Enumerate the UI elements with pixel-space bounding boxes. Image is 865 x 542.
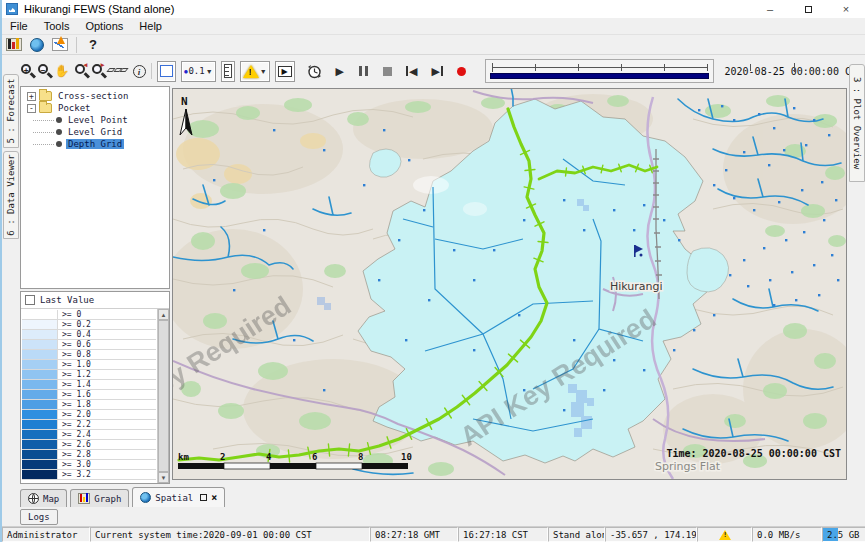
legend-label: >= 2.6 <box>58 440 156 449</box>
info-icon[interactable]: i <box>132 62 146 81</box>
legend-row[interactable]: >= 1.0 <box>22 360 156 370</box>
layers-icon[interactable] <box>108 62 127 81</box>
record-button[interactable] <box>457 67 466 76</box>
bullet-icon <box>56 141 62 147</box>
tree-expander-icon[interactable]: + <box>27 92 36 101</box>
status-warning[interactable] <box>697 527 752 542</box>
legend-row[interactable]: >= 2.2 <box>22 420 156 430</box>
scroll-down-icon[interactable]: ▼ <box>158 472 169 483</box>
legend-row[interactable]: >= 0.4 <box>22 330 156 340</box>
interval-dropdown[interactable]: ● 0.1 ▼ <box>181 61 216 82</box>
grid-display-button[interactable] <box>157 61 176 82</box>
map-canvas[interactable]: API Key Required API Key Required Hikura… <box>172 88 847 480</box>
legend-row[interactable]: >= 2.6 <box>22 440 156 450</box>
legend-row[interactable]: >= 2.4 <box>22 430 156 440</box>
legend-row[interactable]: >= 1.8 <box>22 400 156 410</box>
tree-item-label: Level Point <box>66 115 130 125</box>
legend-row[interactable]: >= 0.6 <box>22 340 156 350</box>
app-icon <box>6 3 18 15</box>
scroll-up-icon[interactable]: ▲ <box>158 309 169 320</box>
legend-label: >= 1.0 <box>58 360 156 369</box>
zoom-previous-icon[interactable]: ◂ <box>74 63 86 80</box>
legend-row[interactable]: >= 2.8 <box>22 450 156 460</box>
legend-swatch <box>22 410 58 419</box>
title-bar: Hikurangi FEWS (Stand alone) – × <box>2 0 865 18</box>
tree-item-level-point[interactable]: Level Point <box>21 114 169 126</box>
legend-row[interactable]: >= 1.4 <box>22 380 156 390</box>
undock-icon[interactable] <box>200 494 207 501</box>
zoom-out-icon[interactable]: − <box>37 63 49 80</box>
movie-player-button[interactable]: ▶ <box>275 61 295 82</box>
menu-help[interactable]: Help <box>131 20 170 32</box>
maximize-button[interactable] <box>789 0 827 18</box>
profile-chart-icon[interactable] <box>52 38 68 51</box>
close-tab-icon[interactable]: × <box>211 494 217 501</box>
minimize-button[interactable]: – <box>751 0 789 18</box>
legend-label: >= 2.0 <box>58 410 156 419</box>
step-end-button[interactable]: ▶ <box>432 65 443 78</box>
legend-row[interactable]: >= 3.0 <box>22 460 156 470</box>
legend-swatch <box>22 360 58 369</box>
legend-swatch <box>22 450 58 459</box>
tree-item-label: Level Grid <box>66 127 124 137</box>
folder-icon <box>39 91 52 101</box>
menu-file[interactable]: File <box>2 20 36 32</box>
legend-label: >= 0.4 <box>58 330 156 339</box>
tab-graph[interactable]: Graph <box>70 489 129 507</box>
time-slider-bar[interactable] <box>490 73 709 79</box>
legend-label: >= 3.2 <box>58 470 156 479</box>
tree-item-depth-grid[interactable]: Depth Grid <box>21 138 169 150</box>
tab-map[interactable]: Map <box>20 489 67 507</box>
menu-options[interactable]: Options <box>77 20 131 32</box>
warning-dropdown[interactable]: ▼ <box>240 61 270 82</box>
tab-spatial[interactable]: Spatial × <box>132 487 225 507</box>
legend-label: >= 1.6 <box>58 390 156 399</box>
menu-tools[interactable]: Tools <box>36 20 78 32</box>
bar-chart-icon <box>78 493 90 504</box>
legend-row[interactable]: >= 1.6 <box>22 390 156 400</box>
zoom-in-icon[interactable]: + <box>20 63 32 80</box>
animation-clock-icon[interactable] <box>306 62 323 81</box>
ruler-button[interactable] <box>221 61 235 82</box>
tree-expander-icon[interactable]: - <box>27 104 36 113</box>
stop-button[interactable] <box>383 67 392 76</box>
app-window: { "window": { "title": "Hikurangi FEWS (… <box>0 0 865 542</box>
pan-icon[interactable]: ✋ <box>54 62 69 81</box>
tab-forecast[interactable]: 5 : Forecast <box>3 74 19 148</box>
tree-item-level-grid[interactable]: Level Grid <box>21 126 169 138</box>
legend-row[interactable]: >= 1.2 <box>22 370 156 380</box>
last-value-checkbox[interactable] <box>25 295 35 305</box>
pause-button[interactable] <box>358 66 369 76</box>
warning-icon <box>719 530 731 540</box>
zoom-next-icon[interactable]: ▸ <box>91 63 103 80</box>
legend-swatch <box>22 460 58 469</box>
legend-row[interactable]: >= 0 <box>22 310 156 320</box>
tree-item-pocket[interactable]: -Pocket <box>21 102 169 114</box>
close-button[interactable]: × <box>827 0 865 18</box>
legend-swatch <box>22 380 58 389</box>
legend-row[interactable]: >= 0.8 <box>22 350 156 360</box>
tab-data-viewer[interactable]: 6 : Data Viewer <box>3 151 19 239</box>
logs-button[interactable]: Logs <box>20 509 58 525</box>
step-begin-button[interactable]: ◀ <box>406 65 417 78</box>
time-slider[interactable] <box>485 59 714 83</box>
play-button[interactable]: ▶ <box>336 65 344 78</box>
svg-text:6: 6 <box>312 452 317 462</box>
globe-icon[interactable] <box>30 38 44 52</box>
legend-swatch <box>22 440 58 449</box>
tab-plot-overview[interactable]: 3 : Plot Overview <box>849 64 865 182</box>
legend-row[interactable]: >= 2.0 <box>22 410 156 420</box>
statistics-icon[interactable] <box>6 38 22 51</box>
scrollbar-thumb[interactable] <box>158 320 169 472</box>
legend-label: >= 0.6 <box>58 340 156 349</box>
legend-scrollbar[interactable]: ▲ ▼ <box>157 309 169 483</box>
help-icon[interactable]: ? <box>85 37 101 52</box>
locality-label: Springs Flat <box>655 460 721 473</box>
tree: +Cross-section-PocketLevel PointLevel Gr… <box>20 86 170 289</box>
legend-row[interactable]: >= 3.2 <box>22 470 156 480</box>
globe-icon <box>140 492 151 503</box>
legend-row[interactable]: >= 0.2 <box>22 320 156 330</box>
folder-icon <box>39 103 52 113</box>
status-mode: Stand alone <box>548 527 605 542</box>
svg-text:km: km <box>178 452 189 462</box>
